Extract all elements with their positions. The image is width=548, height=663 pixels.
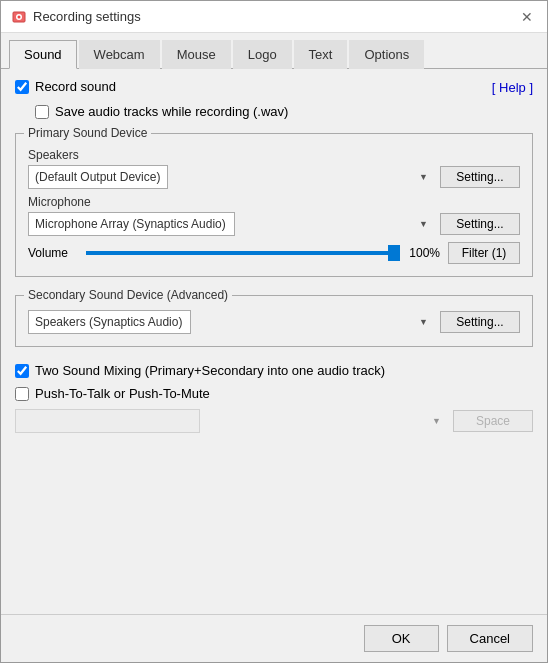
push-to-talk-checkbox[interactable]	[15, 387, 29, 401]
save-audio-checkbox[interactable]	[35, 105, 49, 119]
tab-sound[interactable]: Sound	[9, 40, 77, 69]
record-sound-label: Record sound	[35, 79, 116, 94]
svg-point-2	[18, 15, 21, 18]
title-bar: Recording settings ✕	[1, 1, 547, 33]
filter-button[interactable]: Filter (1)	[448, 242, 520, 264]
ptt-input-row: [PTT] Only record while pushing Space	[15, 409, 533, 433]
two-sound-mixing-checkbox[interactable]	[15, 364, 29, 378]
ptt-space-button[interactable]: Space	[453, 410, 533, 432]
tab-mouse[interactable]: Mouse	[162, 40, 231, 69]
secondary-device-group: Secondary Sound Device (Advanced) Speake…	[15, 295, 533, 347]
push-to-talk-row: Push-To-Talk or Push-To-Mute	[15, 386, 533, 401]
two-sound-mixing-label: Two Sound Mixing (Primary+Secondary into…	[35, 363, 385, 378]
microphone-setting-button[interactable]: Setting...	[440, 213, 520, 235]
primary-device-title: Primary Sound Device	[24, 126, 151, 140]
ptt-select-wrapper: [PTT] Only record while pushing	[15, 409, 447, 433]
record-sound-row: Record sound [ Help ]	[15, 79, 533, 96]
secondary-device-title: Secondary Sound Device (Advanced)	[24, 288, 232, 302]
speakers-row: (Default Output Device) Setting...	[28, 165, 520, 189]
volume-fill	[86, 251, 394, 255]
tabs-bar: Sound Webcam Mouse Logo Text Options	[1, 33, 547, 69]
volume-row: Volume 100% Filter (1)	[28, 242, 520, 264]
record-sound-checkbox-row: Record sound	[15, 79, 116, 94]
tab-webcam[interactable]: Webcam	[79, 40, 160, 69]
microphone-select-wrapper: Microphone Array (Synaptics Audio)	[28, 212, 434, 236]
primary-device-group: Primary Sound Device Speakers (Default O…	[15, 133, 533, 277]
tab-content: Record sound [ Help ] Save audio tracks …	[1, 69, 547, 614]
push-to-talk-label: Push-To-Talk or Push-To-Mute	[35, 386, 210, 401]
dialog-title: Recording settings	[33, 9, 141, 24]
volume-label: Volume	[28, 246, 78, 260]
footer: OK Cancel	[1, 614, 547, 662]
close-button[interactable]: ✕	[517, 7, 537, 27]
two-sound-mixing-row: Two Sound Mixing (Primary+Secondary into…	[15, 363, 533, 378]
tab-options[interactable]: Options	[349, 40, 424, 69]
app-icon	[11, 9, 27, 25]
secondary-speakers-setting-button[interactable]: Setting...	[440, 311, 520, 333]
microphone-select[interactable]: Microphone Array (Synaptics Audio)	[28, 212, 235, 236]
microphone-label: Microphone	[28, 195, 520, 209]
speakers-label: Speakers	[28, 148, 520, 162]
dialog: Recording settings ✕ Sound Webcam Mouse …	[0, 0, 548, 663]
title-bar-left: Recording settings	[11, 9, 141, 25]
secondary-speakers-select[interactable]: Speakers (Synaptics Audio)	[28, 310, 191, 334]
speakers-select[interactable]: (Default Output Device)	[28, 165, 168, 189]
microphone-row: Microphone Array (Synaptics Audio) Setti…	[28, 212, 520, 236]
ptt-select[interactable]: [PTT] Only record while pushing	[15, 409, 200, 433]
secondary-speakers-select-wrapper: Speakers (Synaptics Audio)	[28, 310, 434, 334]
volume-track	[86, 251, 394, 255]
secondary-speakers-row: Speakers (Synaptics Audio) Setting...	[28, 310, 520, 334]
volume-slider-container	[86, 243, 394, 263]
help-link[interactable]: [ Help ]	[492, 80, 533, 95]
tab-text[interactable]: Text	[294, 40, 348, 69]
save-audio-checkbox-row: Save audio tracks while recording (.wav)	[35, 104, 533, 119]
tab-logo[interactable]: Logo	[233, 40, 292, 69]
save-audio-label: Save audio tracks while recording (.wav)	[55, 104, 288, 119]
record-sound-checkbox[interactable]	[15, 80, 29, 94]
volume-thumb	[388, 245, 400, 261]
speakers-setting-button[interactable]: Setting...	[440, 166, 520, 188]
cancel-button[interactable]: Cancel	[447, 625, 533, 652]
speakers-select-wrapper: (Default Output Device)	[28, 165, 434, 189]
ok-button[interactable]: OK	[364, 625, 439, 652]
volume-percent: 100%	[402, 246, 440, 260]
